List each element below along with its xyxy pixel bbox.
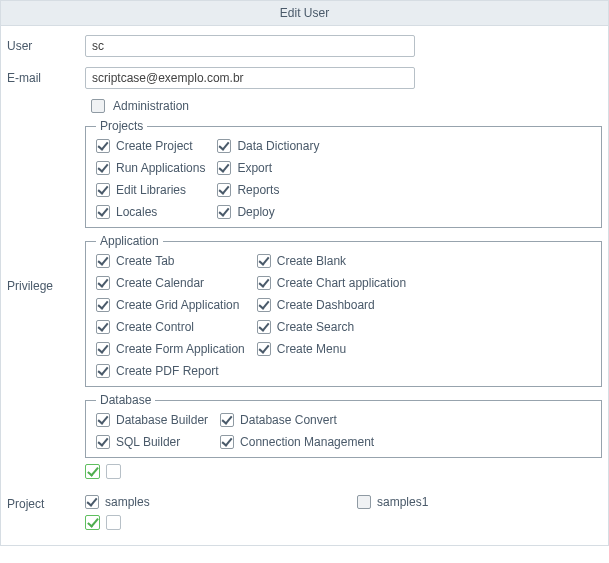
privilege-application-item-checkbox[interactable] [96, 298, 110, 312]
privilege-projects-item-checkbox[interactable] [217, 139, 231, 153]
project-select-all [85, 515, 602, 530]
privilege-application-item-label: Create Grid Application [116, 298, 239, 312]
privilege-projects-item-label: Reports [237, 183, 279, 197]
database-fieldset: Database Database BuilderDatabase Conver… [85, 393, 602, 458]
privilege-content: Administration Projects Create ProjectDa… [79, 99, 602, 481]
application-fieldset: Application Create TabCreate BlankCreate… [85, 234, 602, 387]
privilege-projects-item-option: Locales [96, 205, 205, 219]
privilege-application-item-checkbox[interactable] [257, 276, 271, 290]
privilege-application-item-checkbox[interactable] [96, 364, 110, 378]
privilege-label: Privilege [7, 99, 79, 293]
privilege-database-item-label: Database Builder [116, 413, 208, 427]
privilege-application-item-option: Create Control [96, 320, 245, 334]
privilege-projects-item-option: Export [217, 161, 319, 175]
email-input[interactable] [85, 67, 415, 89]
row-email: E-mail [7, 62, 602, 94]
project-option: samples [85, 495, 345, 509]
user-label: User [7, 39, 79, 53]
privilege-projects-item-checkbox[interactable] [217, 183, 231, 197]
privilege-projects-item-label: Deploy [237, 205, 274, 219]
project-checkbox[interactable] [85, 495, 99, 509]
administration-checkbox[interactable] [91, 99, 105, 113]
privilege-application-item-checkbox[interactable] [257, 320, 271, 334]
privilege-projects-item-checkbox[interactable] [96, 139, 110, 153]
privilege-database-item-option: Database Builder [96, 413, 208, 427]
privilege-application-item-label: Create Control [116, 320, 194, 334]
application-legend: Application [96, 234, 163, 248]
privilege-application-item-label: Create Dashboard [277, 298, 375, 312]
database-legend: Database [96, 393, 155, 407]
project-label: Project [7, 491, 79, 511]
privilege-projects-item-label: Data Dictionary [237, 139, 319, 153]
privilege-projects-item-option: Data Dictionary [217, 139, 319, 153]
privilege-database-item-option: SQL Builder [96, 435, 208, 449]
privilege-database-item-label: SQL Builder [116, 435, 180, 449]
panel-title: Edit User [1, 1, 608, 26]
privilege-application-item-checkbox[interactable] [96, 276, 110, 290]
email-label: E-mail [7, 71, 79, 85]
privilege-projects-item-checkbox[interactable] [96, 161, 110, 175]
privilege-database-item-label: Connection Management [240, 435, 374, 449]
user-input[interactable] [85, 35, 415, 57]
privilege-application-item-label: Create Search [277, 320, 354, 334]
privilege-application-item-label: Create Tab [116, 254, 174, 268]
privilege-application-item-label: Create Form Application [116, 342, 245, 356]
privilege-application-item-option: Create Chart application [257, 276, 406, 290]
privilege-application-item-option: Create PDF Report [96, 364, 245, 378]
privilege-projects-item-checkbox[interactable] [96, 205, 110, 219]
projects-legend: Projects [96, 119, 147, 133]
project-select-all-checkbox[interactable] [85, 515, 100, 530]
privilege-database-item-checkbox[interactable] [96, 435, 110, 449]
privilege-application-item-option: Create Calendar [96, 276, 245, 290]
privilege-select-all [85, 464, 602, 479]
privilege-projects-item-label: Run Applications [116, 161, 205, 175]
privilege-application-item-label: Create Blank [277, 254, 346, 268]
administration-text: Administration [113, 99, 189, 113]
privilege-application-item-checkbox[interactable] [257, 342, 271, 356]
privilege-application-item-label: Create Calendar [116, 276, 204, 290]
privilege-application-item-label: Create Chart application [277, 276, 406, 290]
privilege-application-item-option: Create Grid Application [96, 298, 245, 312]
project-option: samples1 [357, 495, 602, 509]
privilege-application-item-option: Create Tab [96, 254, 245, 268]
privilege-projects-item-checkbox[interactable] [217, 161, 231, 175]
privilege-application-item-checkbox[interactable] [96, 254, 110, 268]
projects-fieldset: Projects Create ProjectData DictionaryRu… [85, 119, 602, 228]
row-privilege: Privilege Administration Projects Create… [7, 94, 602, 486]
select-none-checkbox[interactable] [106, 464, 121, 479]
privilege-database-item-checkbox[interactable] [220, 413, 234, 427]
privilege-database-item-checkbox[interactable] [96, 413, 110, 427]
privilege-projects-item-label: Edit Libraries [116, 183, 186, 197]
privilege-projects-item-option: Reports [217, 183, 319, 197]
privilege-application-item-option: Create Search [257, 320, 406, 334]
privilege-projects-item-checkbox[interactable] [217, 205, 231, 219]
project-item-label: samples1 [377, 495, 428, 509]
row-project: Project samplessamples1 [7, 486, 602, 537]
privilege-application-item-label: Create PDF Report [116, 364, 219, 378]
privilege-application-item-checkbox[interactable] [257, 298, 271, 312]
privilege-application-item-option: Create Menu [257, 342, 406, 356]
privilege-projects-item-label: Export [237, 161, 272, 175]
privilege-projects-item-checkbox[interactable] [96, 183, 110, 197]
project-select-none-checkbox[interactable] [106, 515, 121, 530]
privilege-projects-item-option: Create Project [96, 139, 205, 153]
form-body: User E-mail Privilege Administration Pro… [1, 26, 608, 545]
project-item-label: samples [105, 495, 150, 509]
project-content: samplessamples1 [79, 491, 602, 532]
privilege-database-item-checkbox[interactable] [220, 435, 234, 449]
privilege-application-item-checkbox[interactable] [96, 320, 110, 334]
privilege-application-item-checkbox[interactable] [96, 342, 110, 356]
privilege-projects-item-option: Run Applications [96, 161, 205, 175]
select-all-checkbox[interactable] [85, 464, 100, 479]
privilege-projects-item-label: Create Project [116, 139, 193, 153]
privilege-database-item-option: Connection Management [220, 435, 374, 449]
row-user: User [7, 30, 602, 62]
project-checkbox[interactable] [357, 495, 371, 509]
privilege-projects-item-option: Edit Libraries [96, 183, 205, 197]
privilege-database-item-option: Database Convert [220, 413, 374, 427]
privilege-projects-item-option: Deploy [217, 205, 319, 219]
privilege-application-item-label: Create Menu [277, 342, 346, 356]
privilege-application-item-option: Create Blank [257, 254, 406, 268]
privilege-application-item-checkbox[interactable] [257, 254, 271, 268]
privilege-projects-item-label: Locales [116, 205, 157, 219]
